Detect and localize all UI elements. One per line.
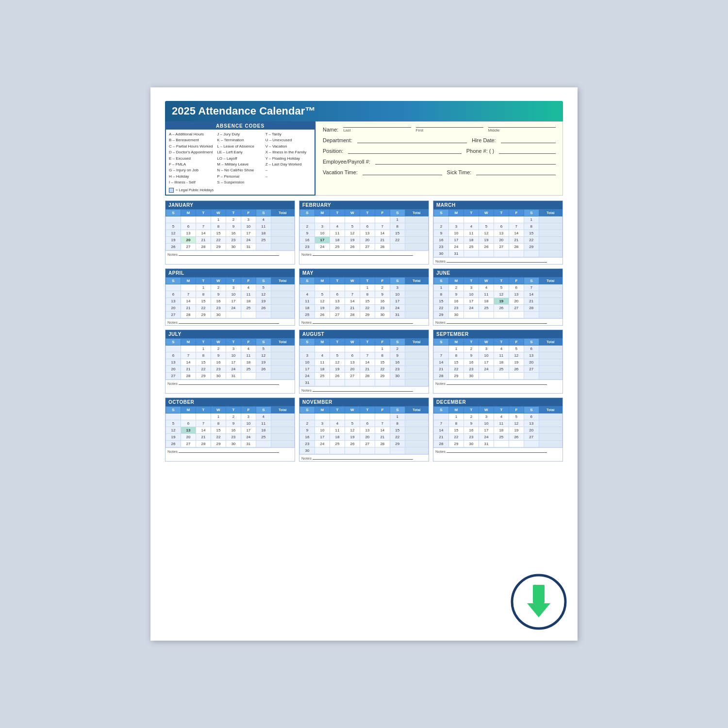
calendar-day[interactable]: 22 — [390, 236, 405, 243]
calendar-day[interactable] — [345, 345, 360, 352]
calendar-day[interactable]: 18 — [463, 236, 479, 243]
calendar-day[interactable]: 17 — [241, 230, 256, 236]
calendar-day[interactable]: 25 — [479, 304, 494, 311]
calendar-day[interactable]: 9 — [211, 352, 226, 359]
calendar-day[interactable]: 31 — [448, 250, 463, 257]
calendar-day[interactable]: 1 — [196, 284, 211, 291]
calendar-day[interactable]: 21 — [434, 365, 449, 372]
calendar-day[interactable]: 26 — [494, 304, 509, 311]
calendar-day[interactable]: 12 — [330, 359, 345, 365]
calendar-day[interactable] — [405, 413, 428, 420]
calendar-day[interactable]: 13 — [181, 427, 196, 433]
calendar-day[interactable]: 15 — [360, 298, 375, 304]
calendar-day[interactable]: 11 — [256, 223, 271, 230]
calendar-day[interactable]: 18 — [256, 427, 271, 433]
calendar-day[interactable]: 14 — [509, 230, 524, 236]
calendar-day[interactable] — [405, 298, 428, 304]
calendar-day[interactable]: 12 — [256, 291, 271, 298]
calendar-day[interactable]: 3 — [479, 345, 494, 352]
calendar-day[interactable]: 6 — [509, 284, 524, 291]
calendar-day[interactable]: 8 — [390, 420, 405, 427]
calendar-day[interactable] — [405, 230, 428, 236]
calendar-day[interactable]: 18 — [241, 359, 256, 365]
calendar-day[interactable]: 15 — [434, 298, 449, 304]
calendar-day[interactable] — [479, 250, 494, 257]
position-line[interactable] — [348, 147, 462, 154]
calendar-day[interactable]: 29 — [448, 372, 463, 379]
calendar-day[interactable]: 8 — [375, 352, 390, 359]
calendar-day[interactable]: 24 — [226, 365, 241, 372]
calendar-day[interactable]: 1 — [524, 216, 539, 223]
name-first-line[interactable] — [416, 127, 483, 128]
calendar-day[interactable]: 26 — [166, 440, 181, 447]
calendar-day[interactable]: 30 — [390, 372, 405, 379]
calendar-day[interactable]: 30 — [434, 250, 449, 257]
calendar-day[interactable]: 9 — [463, 420, 479, 427]
calendar-day[interactable] — [314, 284, 330, 291]
calendar-day[interactable] — [360, 447, 375, 454]
calendar-day[interactable]: 30 — [463, 440, 479, 447]
calendar-day[interactable]: 18 — [330, 236, 345, 243]
calendar-day[interactable]: 1 — [434, 284, 449, 291]
calendar-day[interactable]: 29 — [375, 372, 390, 379]
calendar-day[interactable]: 28 — [196, 440, 211, 447]
calendar-day[interactable]: 14 — [196, 230, 211, 236]
calendar-day[interactable] — [196, 413, 211, 420]
calendar-day[interactable]: 4 — [300, 291, 315, 298]
calendar-day[interactable]: 27 — [524, 365, 539, 372]
calendar-day[interactable]: 31 — [241, 440, 256, 447]
calendar-day[interactable] — [196, 216, 211, 223]
calendar-day[interactable] — [539, 250, 562, 257]
calendar-day[interactable]: 23 — [434, 243, 449, 250]
calendar-day[interactable]: 13 — [181, 230, 196, 236]
calendar-day[interactable]: 10 — [463, 291, 479, 298]
calendar-day[interactable]: 10 — [314, 427, 330, 433]
calendar-day[interactable] — [405, 359, 428, 365]
calendar-day[interactable]: 25 — [494, 433, 509, 440]
calendar-day[interactable] — [405, 365, 428, 372]
calendar-day[interactable] — [405, 420, 428, 427]
calendar-day[interactable] — [509, 216, 524, 223]
calendar-day[interactable]: 15 — [375, 359, 390, 365]
calendar-day[interactable]: 16 — [434, 236, 449, 243]
calendar-day[interactable]: 20 — [360, 236, 375, 243]
calendar-day[interactable]: 30 — [375, 311, 390, 318]
calendar-day[interactable]: 13 — [345, 359, 360, 365]
calendar-day[interactable]: 13 — [524, 352, 539, 359]
calendar-day[interactable]: 20 — [166, 304, 181, 311]
calendar-day[interactable]: 20 — [524, 427, 539, 433]
calendar-day[interactable]: 23 — [211, 304, 226, 311]
calendar-day[interactable]: 12 — [166, 230, 181, 236]
calendar-day[interactable]: 5 — [330, 352, 345, 359]
calendar-day[interactable]: 16 — [300, 236, 315, 243]
calendar-day[interactable]: 4 — [241, 345, 256, 352]
calendar-day[interactable]: 16 — [211, 359, 226, 365]
calendar-day[interactable]: 27 — [166, 311, 181, 318]
calendar-day[interactable]: 23 — [300, 243, 315, 250]
emp-payroll-line[interactable] — [375, 158, 556, 165]
calendar-day[interactable]: 12 — [345, 427, 360, 433]
calendar-day[interactable]: 22 — [448, 365, 463, 372]
calendar-day[interactable]: 1 — [375, 345, 390, 352]
calendar-day[interactable]: 23 — [226, 236, 241, 243]
calendar-day[interactable]: 28 — [375, 243, 390, 250]
calendar-day[interactable]: 15 — [211, 230, 226, 236]
calendar-day[interactable] — [405, 345, 428, 352]
calendar-day[interactable]: 10 — [300, 359, 315, 365]
calendar-day[interactable]: 19 — [345, 433, 360, 440]
calendar-day[interactable]: 5 — [166, 420, 181, 427]
calendar-day[interactable]: 20 — [524, 359, 539, 365]
download-overlay[interactable] — [510, 573, 568, 631]
calendar-day[interactable]: 21 — [360, 365, 375, 372]
calendar-day[interactable]: 30 — [211, 372, 226, 379]
calendar-day[interactable]: 13 — [509, 291, 524, 298]
calendar-day[interactable] — [539, 372, 562, 379]
calendar-day[interactable] — [256, 372, 271, 379]
calendar-day[interactable] — [405, 352, 428, 359]
calendar-day[interactable]: 13 — [494, 230, 509, 236]
hire-date-line[interactable] — [501, 136, 556, 143]
calendar-day[interactable] — [405, 216, 428, 223]
calendar-day[interactable]: 13 — [524, 420, 539, 427]
calendar-day[interactable] — [405, 311, 428, 318]
calendar-day[interactable]: 24 — [226, 304, 241, 311]
